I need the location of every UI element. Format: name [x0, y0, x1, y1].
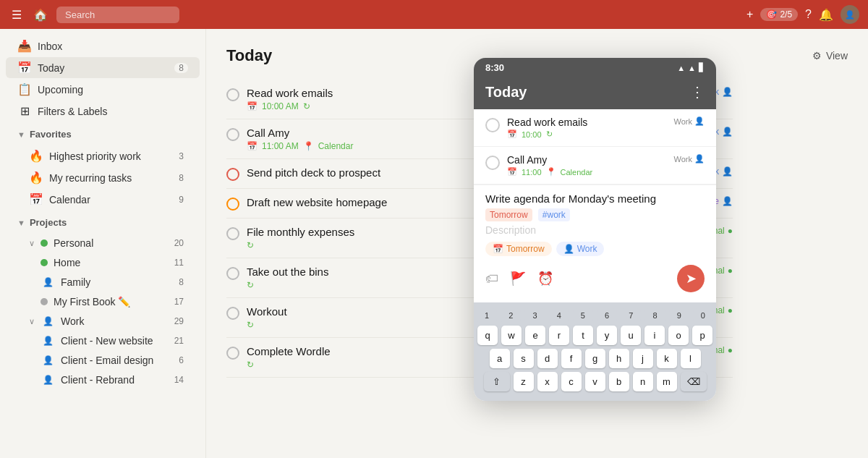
personal-label: Personal [54, 237, 164, 249]
filters-icon: ⊞ [17, 104, 32, 118]
task-checkbox-priority-1[interactable] [226, 168, 239, 181]
sidebar-item-highest-priority[interactable]: 🔥 Highest priority work 3 [6, 145, 200, 166]
task-checkbox-priority-2[interactable] [226, 198, 239, 211]
notification-bell-icon[interactable]: 🔔 [819, 8, 833, 22]
key-3[interactable]: 3 [524, 308, 545, 323]
search-input[interactable] [56, 7, 179, 23]
sidebar-item-recurring[interactable]: 🔥 My recurring tasks 8 [6, 167, 200, 188]
mobile-more-icon[interactable]: ⋮ [690, 83, 705, 101]
sidebar-item-inbox[interactable]: 📥 Inbox [6, 35, 200, 56]
send-button[interactable]: ➤ [677, 265, 705, 292]
sidebar-item-upcoming[interactable]: 📋 Upcoming [6, 79, 200, 100]
key-t[interactable]: t [573, 326, 593, 345]
key-v[interactable]: v [585, 372, 605, 391]
mobile-tag-hash-work: #work [538, 208, 570, 221]
key-k[interactable]: k [657, 349, 677, 368]
home-label: Home [54, 257, 164, 268]
today-badge: 8 [174, 63, 188, 73]
favorites-section-header[interactable]: ▼ Favorites [6, 124, 200, 144]
sidebar-item-client-new[interactable]: 👤 Client - New website 21 [6, 331, 200, 350]
sidebar-item-client-rebrand[interactable]: 👤 Client - Rebrand 14 [6, 370, 200, 389]
key-b[interactable]: b [609, 372, 629, 391]
mobile-task-item: Read work emails 📅 10:00 ↻ Work 👤 [474, 109, 716, 147]
help-button[interactable]: ? [805, 8, 812, 21]
task-checkbox[interactable] [226, 347, 239, 360]
sidebar-item-mybook[interactable]: My First Book ✏️ 17 [6, 292, 200, 311]
task-checkbox[interactable] [226, 128, 239, 141]
key-i[interactable]: i [644, 326, 665, 345]
upcoming-icon: 📋 [17, 82, 32, 96]
key-o[interactable]: o [668, 326, 689, 345]
key-m[interactable]: m [657, 372, 677, 391]
key-2[interactable]: 2 [501, 308, 521, 323]
key-z[interactable]: z [514, 372, 534, 391]
key-y[interactable]: y [597, 326, 617, 345]
key-9[interactable]: 9 [669, 308, 689, 323]
key-backspace[interactable]: ⌫ [681, 372, 707, 391]
key-1[interactable]: 1 [477, 308, 497, 323]
label-action-icon[interactable]: 🏷 [485, 271, 498, 287]
mobile-task-checkbox[interactable] [485, 156, 500, 170]
mybook-badge: 17 [170, 297, 188, 307]
personal-dot-icon [41, 239, 48, 247]
client-new-label: Client - New website [61, 335, 164, 347]
key-g[interactable]: g [585, 349, 605, 368]
sidebar-item-today[interactable]: 📅 Today 8 [6, 57, 200, 78]
key-r[interactable]: r [549, 326, 569, 345]
task-time: 10:00 AM [262, 101, 299, 111]
key-p[interactable]: p [692, 326, 712, 345]
key-w[interactable]: w [501, 326, 522, 345]
view-filter-icon: ⚙ [812, 50, 822, 62]
menu-icon[interactable]: ☰ [9, 5, 25, 25]
key-h[interactable]: h [609, 349, 629, 368]
client-email-badge: 6 [174, 355, 188, 365]
key-x[interactable]: x [537, 372, 558, 391]
task-project-dot-icon: ● [728, 226, 733, 236]
key-6[interactable]: 6 [597, 308, 617, 323]
key-s[interactable]: s [514, 349, 534, 368]
highest-priority-label: Highest priority work [49, 150, 169, 162]
key-c[interactable]: c [561, 372, 582, 391]
key-8[interactable]: 8 [644, 308, 665, 323]
sync-icon: ↻ [247, 240, 254, 250]
avatar[interactable]: 👤 [841, 5, 859, 24]
mobile-pill-tomorrow[interactable]: 📅 Tomorrow [485, 242, 552, 256]
key-shift[interactable]: ⇧ [484, 372, 510, 391]
key-5[interactable]: 5 [573, 308, 593, 323]
task-checkbox[interactable] [226, 267, 239, 280]
key-f[interactable]: f [561, 349, 582, 368]
mobile-pill-work[interactable]: 👤 Work [556, 242, 605, 256]
key-0[interactable]: 0 [693, 308, 713, 323]
sidebar-item-work[interactable]: ∨ 👤 Work 29 [6, 312, 200, 331]
mybook-label: My First Book ✏️ [54, 296, 164, 308]
add-button[interactable]: + [746, 8, 753, 21]
mobile-cal-icon: 📅 [507, 130, 517, 139]
sidebar-item-personal[interactable]: ∨ Personal 20 [6, 234, 200, 253]
key-e[interactable]: e [525, 326, 545, 345]
task-checkbox[interactable] [226, 227, 239, 240]
projects-section-header[interactable]: ▼ Projects [6, 213, 200, 232]
task-checkbox[interactable] [226, 307, 239, 320]
home-icon[interactable]: 🏠 [30, 5, 51, 25]
key-j[interactable]: j [633, 349, 653, 368]
sidebar-item-home[interactable]: Home 11 [6, 253, 200, 272]
key-u[interactable]: u [621, 326, 641, 345]
sidebar-item-client-email[interactable]: 👤 Client - Email design 6 [6, 351, 200, 370]
reminder-action-icon[interactable]: ⏰ [537, 271, 553, 287]
key-n[interactable]: n [633, 372, 653, 391]
flag-action-icon[interactable]: 🚩 [510, 271, 526, 287]
mobile-keyboard[interactable]: 1 2 3 4 5 6 7 8 9 0 q w e r t y [474, 302, 716, 401]
key-7[interactable]: 7 [621, 308, 641, 323]
sidebar-item-calendar[interactable]: 📅 Calendar 9 [6, 189, 200, 210]
key-q[interactable]: q [477, 326, 498, 345]
key-d[interactable]: d [537, 349, 558, 368]
sidebar-item-filters[interactable]: ⊞ Filters & Labels [6, 101, 200, 122]
topbar-right: + 🎯 2/5 ? 🔔 👤 [746, 5, 859, 24]
task-checkbox[interactable] [226, 88, 239, 101]
sidebar-item-family[interactable]: 👤 Family 8 [6, 273, 200, 292]
key-a[interactable]: a [490, 349, 510, 368]
mobile-task-checkbox[interactable] [485, 118, 500, 132]
key-4[interactable]: 4 [549, 308, 569, 323]
view-button[interactable]: ⚙ View [812, 50, 848, 62]
key-l[interactable]: l [681, 349, 701, 368]
